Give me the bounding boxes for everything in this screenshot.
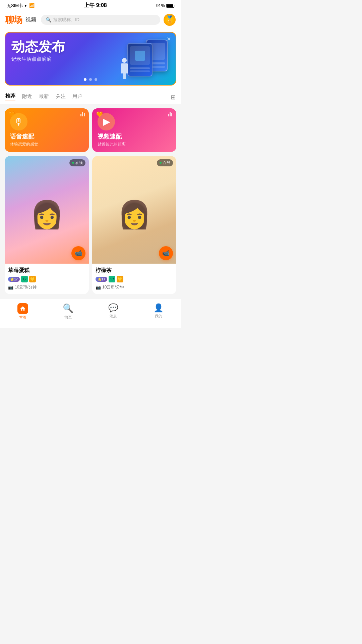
category-tabs: 推荐 附近 最新 关注 用户 ⊞ — [0, 89, 181, 104]
tab-nearby[interactable]: 附近 — [22, 93, 32, 101]
user-photo-1: 👩 在线 📹 — [5, 156, 89, 264]
filter-icon[interactable]: ⊞ — [171, 94, 176, 101]
user-name-2: 柠檬茶 — [96, 267, 173, 274]
tab-recommend[interactable]: 推荐 — [5, 93, 15, 101]
home-icon — [17, 303, 28, 314]
bottom-nav: 首页 🔍 动态 💬 消息 👤 我的 — [0, 299, 181, 328]
search-icon: 🔍 — [46, 17, 51, 22]
user-name-1: 草莓蛋糕 — [8, 267, 85, 274]
search-placeholder: 搜索昵称、ID — [53, 17, 79, 23]
tab-follow[interactable]: 关注 — [56, 93, 66, 101]
profile-icon: 👤 — [154, 303, 164, 313]
medal-button[interactable] — [164, 14, 176, 26]
user-price-1: 📷 10云币/分钟 — [8, 284, 85, 290]
dot-3[interactable] — [95, 78, 97, 81]
app-header: 聊场 视频 🔍 搜索昵称、ID — [0, 11, 181, 29]
nav-message-label: 消息 — [110, 314, 117, 319]
heart-badge-2: 💛 — [117, 276, 123, 282]
heart-badge-1: 💛 — [29, 276, 36, 282]
video-call-icon-2: 📹 — [162, 250, 170, 257]
user-info-1: 草莓蛋糕 ⭐17 🛡 💛 📷 10云币/分钟 — [5, 264, 89, 294]
status-time: 上午 9:08 — [84, 2, 107, 9]
nav-dynamic[interactable]: 🔍 动态 — [45, 302, 90, 321]
user-badges-2: ⭐17 🛡 💛 — [96, 276, 173, 282]
voice-match-title: 语音速配 — [10, 133, 83, 141]
battery-icon — [166, 4, 174, 8]
camera-icon-1: 📷 — [8, 285, 13, 290]
online-badge-1: 在线 — [69, 159, 85, 166]
header-subtitle: 视频 — [25, 16, 36, 23]
user-info-2: 柠檬茶 ⭐17 🛡 💛 📷 10云币/分钟 — [92, 264, 176, 294]
online-badge-2: 在线 — [157, 159, 173, 166]
status-bar: 无SIM卡 ▾ 📶 上午 9:08 91% — [0, 0, 181, 11]
tab-latest[interactable]: 最新 — [39, 93, 49, 101]
nav-home[interactable]: 首页 — [0, 302, 45, 321]
online-dot-icon-2 — [160, 162, 162, 164]
voice-match-card[interactable]: 🧡 🎙 语音速配 体验恋爱的感觉 — [5, 108, 89, 152]
nav-profile[interactable]: 👤 我的 — [136, 302, 181, 321]
nav-dynamic-label: 动态 — [64, 315, 72, 320]
app-logo: 聊场 — [5, 14, 22, 26]
video-call-icon: 📹 — [75, 250, 82, 257]
camera-icon-2: 📷 — [96, 285, 101, 290]
user-card-2[interactable]: 👩 在线 📹 柠檬茶 ⭐17 🛡 💛 📷 10云币/分钟 — [92, 156, 176, 294]
user-card-1[interactable]: 👩 在线 📹 草莓蛋糕 ⭐17 🛡 💛 📷 10云币/分钟 — [5, 156, 89, 294]
quick-match-section: 🧡 🎙 语音速配 体验恋爱的感觉 🧡 ▶ 视频速配 贴近彼此的距离 — [0, 104, 181, 156]
user-price-2: 📷 10云币/分钟 — [96, 284, 173, 290]
video-icon: ▶ — [98, 113, 115, 130]
user-grid: 👩 在线 📹 草莓蛋糕 ⭐17 🛡 💛 📷 10云币/分钟 — [0, 156, 181, 299]
nav-profile-label: 我的 — [155, 314, 162, 319]
online-dot-icon — [72, 162, 74, 164]
dot-1[interactable] — [84, 78, 86, 81]
video-match-subtitle: 贴近彼此的距离 — [98, 142, 171, 147]
nav-message[interactable]: 💬 消息 — [90, 302, 136, 321]
voice-icon: 🎙 — [10, 113, 27, 130]
star-badge-1: ⭐17 — [8, 277, 20, 282]
banner-dots — [11, 78, 170, 81]
user-badges-1: ⭐17 🛡 💛 — [8, 276, 85, 282]
shield-badge-1: 🛡 — [21, 276, 28, 282]
search-bar[interactable]: 🔍 搜索昵称、ID — [41, 15, 160, 25]
status-signal: 无SIM卡 ▾ 📶 — [7, 3, 35, 9]
banner-wrapper: ✕ 动态发布 记录生活点点滴滴 — [0, 29, 181, 89]
dynamic-icon: 🔍 — [63, 303, 73, 314]
voice-match-subtitle: 体验恋爱的感觉 — [10, 142, 83, 147]
dot-2[interactable] — [89, 78, 92, 81]
shield-badge-2: 🛡 — [109, 276, 115, 282]
video-match-title: 视频速配 — [98, 133, 171, 141]
star-badge-2: ⭐17 — [96, 277, 107, 282]
banner[interactable]: ✕ 动态发布 记录生活点点滴滴 — [5, 32, 176, 86]
banner-illustration — [117, 38, 171, 78]
video-match-card[interactable]: 🧡 ▶ 视频速配 贴近彼此的距离 — [92, 108, 176, 152]
status-battery: 91% — [156, 3, 174, 8]
tab-users[interactable]: 用户 — [72, 93, 82, 101]
message-icon: 💬 — [108, 303, 118, 313]
nav-home-label: 首页 — [19, 315, 26, 320]
user-photo-2: 👩 在线 📹 — [92, 156, 176, 264]
